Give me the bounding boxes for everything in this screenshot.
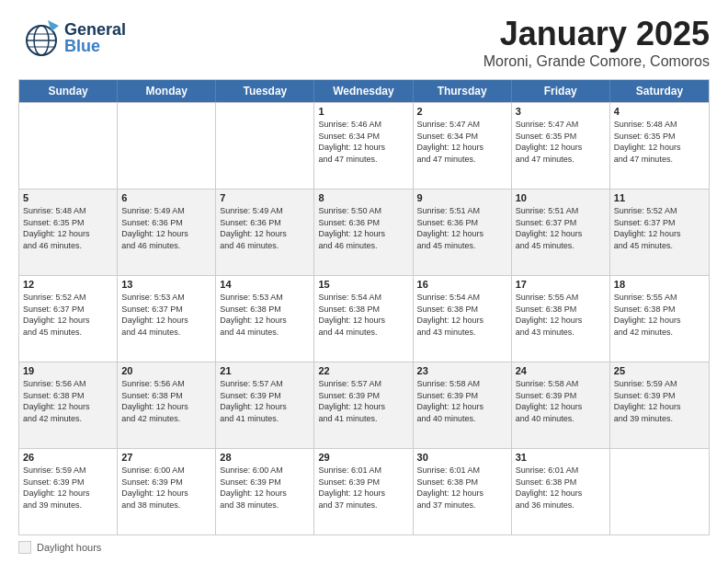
footer-label: Daylight hours xyxy=(37,542,101,553)
day-number: 20 xyxy=(121,365,211,376)
cal-cell: 7Sunrise: 5:49 AM Sunset: 6:36 PM Daylig… xyxy=(216,190,314,275)
cal-cell: 24Sunrise: 5:58 AM Sunset: 6:39 PM Dayli… xyxy=(512,362,610,448)
day-number: 13 xyxy=(121,279,211,290)
cal-week-2: 5Sunrise: 5:48 AM Sunset: 6:35 PM Daylig… xyxy=(19,189,709,275)
col-thursday: Thursday xyxy=(414,80,512,102)
day-number: 16 xyxy=(417,279,507,290)
page: General Blue January 2025 Moroni, Grande… xyxy=(0,0,728,563)
day-number: 23 xyxy=(417,365,507,376)
day-number: 10 xyxy=(516,192,606,203)
cal-cell: 23Sunrise: 5:58 AM Sunset: 6:39 PM Dayli… xyxy=(414,362,512,448)
cal-cell: 27Sunrise: 6:00 AM Sunset: 6:39 PM Dayli… xyxy=(118,449,216,534)
cal-cell: 16Sunrise: 5:54 AM Sunset: 6:38 PM Dayli… xyxy=(414,276,512,362)
shaded-legend-box xyxy=(18,541,31,554)
col-tuesday: Tuesday xyxy=(216,80,314,102)
cal-cell: 25Sunrise: 5:59 AM Sunset: 6:39 PM Dayli… xyxy=(610,362,709,448)
logo-icon xyxy=(18,15,64,61)
day-number: 22 xyxy=(318,365,408,376)
day-number: 2 xyxy=(417,106,507,117)
cal-week-5: 26Sunrise: 5:59 AM Sunset: 6:39 PM Dayli… xyxy=(19,448,709,534)
cell-info: Sunrise: 5:57 AM Sunset: 6:39 PM Dayligh… xyxy=(220,378,310,424)
day-number: 31 xyxy=(516,452,606,463)
cell-info: Sunrise: 5:47 AM Sunset: 6:35 PM Dayligh… xyxy=(516,119,606,165)
day-number: 8 xyxy=(318,192,408,203)
col-friday: Friday xyxy=(512,80,610,102)
col-wednesday: Wednesday xyxy=(314,80,413,102)
cal-cell: 22Sunrise: 5:57 AM Sunset: 6:39 PM Dayli… xyxy=(314,362,413,448)
cal-cell: 17Sunrise: 5:55 AM Sunset: 6:38 PM Dayli… xyxy=(512,276,610,362)
calendar-subtitle: Moroni, Grande Comore, Comoros xyxy=(483,53,710,70)
cal-cell: 21Sunrise: 5:57 AM Sunset: 6:39 PM Dayli… xyxy=(216,362,314,448)
header: General Blue January 2025 Moroni, Grande… xyxy=(18,15,710,70)
cal-cell: 11Sunrise: 5:52 AM Sunset: 6:37 PM Dayli… xyxy=(610,190,709,275)
cal-cell xyxy=(610,449,709,534)
day-number: 21 xyxy=(220,365,310,376)
day-number: 11 xyxy=(614,192,705,203)
col-sunday: Sunday xyxy=(19,80,118,102)
logo-text: General Blue xyxy=(64,21,126,54)
col-monday: Monday xyxy=(118,80,216,102)
cell-info: Sunrise: 5:56 AM Sunset: 6:38 PM Dayligh… xyxy=(23,378,113,424)
cal-cell: 26Sunrise: 5:59 AM Sunset: 6:39 PM Dayli… xyxy=(19,449,118,534)
calendar-header: Sunday Monday Tuesday Wednesday Thursday… xyxy=(19,80,709,102)
logo-general: General xyxy=(64,21,126,38)
cal-cell: 15Sunrise: 5:54 AM Sunset: 6:38 PM Dayli… xyxy=(314,276,413,362)
cell-info: Sunrise: 5:52 AM Sunset: 6:37 PM Dayligh… xyxy=(614,205,705,251)
cal-cell: 28Sunrise: 6:00 AM Sunset: 6:39 PM Dayli… xyxy=(216,449,314,534)
cal-cell: 3Sunrise: 5:47 AM Sunset: 6:35 PM Daylig… xyxy=(512,103,610,189)
day-number: 24 xyxy=(516,365,606,376)
cell-info: Sunrise: 6:01 AM Sunset: 6:38 PM Dayligh… xyxy=(417,465,507,511)
cell-info: Sunrise: 5:52 AM Sunset: 6:37 PM Dayligh… xyxy=(23,292,113,338)
cal-cell: 31Sunrise: 6:01 AM Sunset: 6:38 PM Dayli… xyxy=(512,449,610,534)
day-number: 29 xyxy=(318,452,408,463)
cal-week-1: 1Sunrise: 5:46 AM Sunset: 6:34 PM Daylig… xyxy=(19,102,709,189)
cal-week-4: 19Sunrise: 5:56 AM Sunset: 6:38 PM Dayli… xyxy=(19,362,709,448)
cell-info: Sunrise: 5:55 AM Sunset: 6:38 PM Dayligh… xyxy=(516,292,606,338)
day-number: 27 xyxy=(121,452,211,463)
cal-cell: 18Sunrise: 5:55 AM Sunset: 6:38 PM Dayli… xyxy=(610,276,709,362)
cell-info: Sunrise: 6:01 AM Sunset: 6:38 PM Dayligh… xyxy=(516,465,606,511)
cell-info: Sunrise: 5:49 AM Sunset: 6:36 PM Dayligh… xyxy=(220,205,310,251)
cal-cell: 19Sunrise: 5:56 AM Sunset: 6:38 PM Dayli… xyxy=(19,362,118,448)
day-number: 19 xyxy=(23,365,113,376)
cell-info: Sunrise: 5:54 AM Sunset: 6:38 PM Dayligh… xyxy=(417,292,507,338)
cal-cell: 12Sunrise: 5:52 AM Sunset: 6:37 PM Dayli… xyxy=(19,276,118,362)
cell-info: Sunrise: 5:50 AM Sunset: 6:36 PM Dayligh… xyxy=(318,205,408,251)
day-number: 6 xyxy=(121,192,211,203)
cell-info: Sunrise: 6:00 AM Sunset: 6:39 PM Dayligh… xyxy=(121,465,211,511)
day-number: 9 xyxy=(417,192,507,203)
day-number: 15 xyxy=(318,279,408,290)
day-number: 4 xyxy=(614,106,705,117)
svg-marker-5 xyxy=(48,20,59,31)
calendar-body: 1Sunrise: 5:46 AM Sunset: 6:34 PM Daylig… xyxy=(19,102,709,534)
cell-info: Sunrise: 5:49 AM Sunset: 6:36 PM Dayligh… xyxy=(121,205,211,251)
cell-info: Sunrise: 5:56 AM Sunset: 6:38 PM Dayligh… xyxy=(121,378,211,424)
cal-cell: 20Sunrise: 5:56 AM Sunset: 6:38 PM Dayli… xyxy=(118,362,216,448)
cell-info: Sunrise: 5:48 AM Sunset: 6:35 PM Dayligh… xyxy=(614,119,705,165)
day-number: 12 xyxy=(23,279,113,290)
cell-info: Sunrise: 5:47 AM Sunset: 6:34 PM Dayligh… xyxy=(417,119,507,165)
day-number: 25 xyxy=(614,365,705,376)
cell-info: Sunrise: 5:51 AM Sunset: 6:36 PM Dayligh… xyxy=(417,205,507,251)
day-number: 14 xyxy=(220,279,310,290)
cell-info: Sunrise: 5:59 AM Sunset: 6:39 PM Dayligh… xyxy=(23,465,113,511)
cal-cell: 14Sunrise: 5:53 AM Sunset: 6:38 PM Dayli… xyxy=(216,276,314,362)
cell-info: Sunrise: 6:01 AM Sunset: 6:39 PM Dayligh… xyxy=(318,465,408,511)
cal-cell: 13Sunrise: 5:53 AM Sunset: 6:37 PM Dayli… xyxy=(118,276,216,362)
logo-blue: Blue xyxy=(64,38,126,54)
logo: General Blue xyxy=(18,15,126,61)
day-number: 17 xyxy=(516,279,606,290)
footer: Daylight hours xyxy=(18,541,710,554)
cal-cell: 8Sunrise: 5:50 AM Sunset: 6:36 PM Daylig… xyxy=(314,190,413,275)
day-number: 30 xyxy=(417,452,507,463)
cal-cell: 5Sunrise: 5:48 AM Sunset: 6:35 PM Daylig… xyxy=(19,190,118,275)
cell-info: Sunrise: 5:46 AM Sunset: 6:34 PM Dayligh… xyxy=(318,119,408,165)
cal-cell xyxy=(19,103,118,189)
cal-cell xyxy=(216,103,314,189)
calendar-title: January 2025 xyxy=(483,15,710,53)
cal-week-3: 12Sunrise: 5:52 AM Sunset: 6:37 PM Dayli… xyxy=(19,275,709,362)
day-number: 1 xyxy=(318,106,408,117)
cell-info: Sunrise: 5:53 AM Sunset: 6:37 PM Dayligh… xyxy=(121,292,211,338)
cal-cell: 29Sunrise: 6:01 AM Sunset: 6:39 PM Dayli… xyxy=(314,449,413,534)
cal-cell: 4Sunrise: 5:48 AM Sunset: 6:35 PM Daylig… xyxy=(610,103,709,189)
